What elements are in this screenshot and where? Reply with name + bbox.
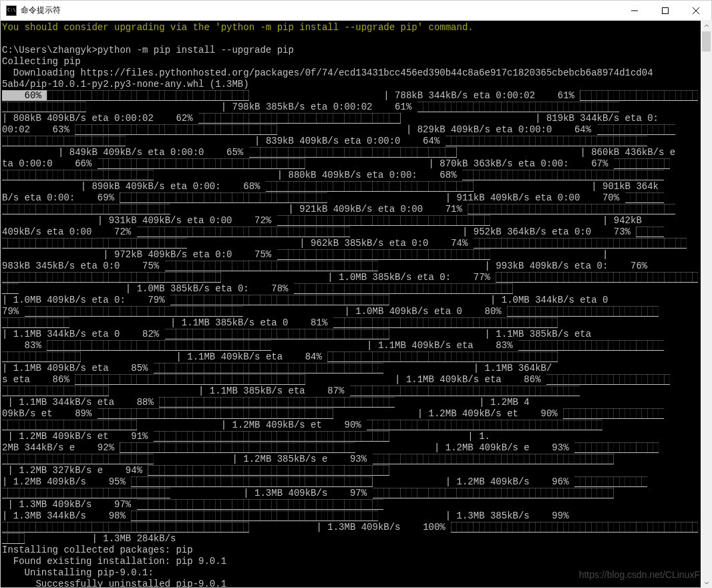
progress-line: ███████████████ | 798kB 385kB/s eta 0:00… [2,102,711,113]
window-controls [619,1,711,21]
progress-line: ████████████████████████████████████████… [2,522,711,533]
progress-line: █████████████████████████████████ | 962k… [2,238,711,249]
progress-line: | 1.1MB 409kB/s eta 85% ████████████████… [2,363,711,374]
progress-line: | 808kB 409kB/s eta 0:00:02 62% ████████… [2,113,711,124]
progress-line: B/s eta 0:00: 69% ██████████████████████… [2,192,711,204]
found-line: Found existing installation: pip 9.0.1 [2,556,711,567]
progress-line: | 1.0MB 409kB/s eta 0: 79% █████████████… [2,295,711,306]
progress-line: | 1.3MB 344kB/s 98% ████████████████████… [2,510,711,522]
progress-line: | 1.3MB 409kB/s 97% ████████████████████… [2,499,711,510]
installing-line: Installing collected packages: pip [2,545,711,556]
download-line: Downloading https://files.pythonhosted.o… [2,67,711,79]
progress-line: ████████████ | 1.1MB 385kB/s eta 0 81% █… [2,317,711,329]
progress-line: | 1.2MB 409kB/s et 91% █████████████████… [2,431,711,442]
prompt-line: C:\Users\zhangyk>python -m pip install -… [2,45,711,56]
download-line-2: 5ab4/pip-10.0.1-py2.py3-none-any.whl (1.… [2,79,711,90]
progress-line: ███████████████████ | 1.1MB 385kB/s eta … [2,386,711,397]
scrollbar-thumb[interactable] [702,31,711,51]
command-prompt-window: 命令提示符 You should consider upgrading via … [0,0,712,588]
progress-line: | 1.1MB 344kB/s eta 88% ████████████████… [2,397,711,408]
progress-bars: 60% ████████████████████████████████████… [2,90,711,545]
progress-line: 83% ████████████████████████████████████… [2,340,711,351]
progress-line: | 1.2MB 409kB/s 95% ████████████████████… [2,476,711,488]
scroll-up-button[interactable] [701,20,712,31]
progress-line: s eta 86% ██████████████████████████████… [2,374,711,386]
progress-line: ██████████████████████ | 839kB 409kB/s e… [2,136,711,147]
progress-line: | 972kB 409kB/s eta 0:0 75% ████████████… [2,249,711,261]
progress-line: ████ | 1.3MB 284kB/s [2,533,711,545]
progress-line: ██████████████ | 1.1MB 409kB/s eta 84% █… [2,351,711,363]
progress-line: | 931kB 409kB/s eta 0:00 72% ███████████… [2,215,711,227]
pip-warning: You should consider upgrading via the 'p… [2,22,711,33]
progress-line: | 890kB 409kB/s eta 0:00: 68% ██████████… [2,181,711,192]
progress-line: | 1.2MB 327kB/s e 94% ██████████████████… [2,465,711,476]
cmd-icon [6,5,17,16]
vertical-scrollbar[interactable] [701,20,712,588]
scroll-down-button[interactable] [701,577,712,588]
progress-line: ███████████████████████████████████████ … [2,272,711,283]
progress-line: ta 0:00:0 66% ██████████████████████████… [2,158,711,170]
progress-line: 983kB 345kB/s eta 0:0 75% ██████████████… [2,261,711,272]
progress-line: 2MB 344kB/s e 92% ██████████████████████… [2,442,711,454]
progress-line: 00:02 63% ██████████████████████████████… [2,124,711,136]
terminal-output[interactable]: You should consider upgrading via the 'p… [1,21,711,587]
progress-line: 09kB/s et 89% ██████████████████████████… [2,408,711,420]
close-button[interactable] [681,1,711,21]
progress-line: | 1.1MB 344kB/s eta 0 82% ██████████████… [2,329,711,340]
progress-line: 79% ████████████████████████████████████… [2,306,711,317]
progress-line: ██████████████████████████████ | 1.3MB 4… [2,488,711,499]
progress-line: ███████████████████████████ | 880kB 409k… [2,170,711,181]
scrollbar-track[interactable] [701,31,712,577]
window-title: 命令提示符 [21,5,61,16]
progress-line: | 849kB 409kB/s eta 0:00:0 65% █████████… [2,147,711,158]
progress-line: ███ | 1.0MB 385kB/s eta 0: 78% █████████… [2,283,711,295]
collecting-line: Collecting pip [2,56,711,67]
maximize-button[interactable] [650,1,681,21]
watermark: https://blog.csdn.net/CLinuxF [579,569,700,580]
minimize-button[interactable] [619,1,650,21]
progress-line: ██████████████████████████████ | 921kB 4… [2,204,711,215]
progress-line: ████████████████████████ | 1.2MB 409kB/s… [2,420,711,431]
progress-line: 60% ████████████████████████████████████… [2,90,711,102]
titlebar[interactable]: 命令提示符 [1,1,711,21]
progress-line: 409kB/s eta 0:00 72% ███████████████████… [2,227,711,238]
svg-rect-1 [663,7,669,13]
progress-line: ███████████████████████████ | 1.2MB 385k… [2,454,711,465]
blank-line [2,33,711,45]
